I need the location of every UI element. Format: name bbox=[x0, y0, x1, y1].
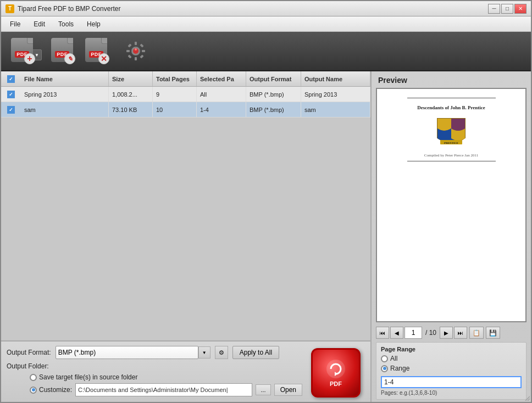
svg-text:PRENTICE: PRENTICE bbox=[444, 142, 459, 144]
minimize-button[interactable]: ─ bbox=[488, 4, 500, 14]
range-radio[interactable]: Range bbox=[381, 365, 409, 372]
svg-rect-2 bbox=[135, 42, 137, 45]
file-list-panel: File Name Size Total Pages Selected Pa O… bbox=[1, 71, 372, 403]
doc-bottom-line bbox=[407, 161, 496, 161]
doc-top-line bbox=[407, 98, 496, 98]
cell-format: BMP (*.bmp) bbox=[246, 87, 301, 102]
title-bar: T Tipard Free PDF to BMP Converter ─ □ ✕ bbox=[1, 1, 531, 16]
toolbar: PDF + ▼ PDF ✎ PDF ✕ bbox=[1, 32, 531, 71]
all-pages-radio-circle bbox=[381, 355, 388, 362]
svg-rect-6 bbox=[128, 43, 131, 47]
svg-rect-8 bbox=[128, 54, 131, 58]
range-hint: Pages: e.g.(1,3,6,8-10) bbox=[381, 390, 522, 396]
all-pages-radio[interactable]: All bbox=[381, 355, 397, 362]
format-row: Output Format: BMP (*.bmp) ▼ ⚙ Apply to … bbox=[7, 346, 302, 359]
menu-bar: File Edit Tools Help bbox=[1, 16, 531, 32]
header-checkbox[interactable] bbox=[7, 75, 15, 83]
crest-icon: PRENTICE bbox=[435, 116, 468, 149]
format-settings-button[interactable]: ⚙ bbox=[215, 346, 228, 359]
save-source-radio[interactable]: Save target file(s) in source folder bbox=[30, 373, 137, 381]
close-button[interactable]: ✕ bbox=[514, 4, 527, 14]
cell-format: BMP (*.bmp) bbox=[246, 102, 301, 117]
svg-rect-5 bbox=[142, 50, 145, 52]
convert-arrow-icon bbox=[325, 359, 346, 379]
next-page-button[interactable]: ▶ bbox=[440, 327, 453, 339]
apply-to-all-button[interactable]: Apply to All bbox=[232, 346, 279, 359]
svg-rect-4 bbox=[126, 50, 130, 52]
menu-tools[interactable]: Tools bbox=[52, 18, 80, 30]
preview-document: Descendants of John B. Prentice bbox=[377, 89, 525, 321]
remove-pdf-button[interactable]: PDF ✕ bbox=[81, 36, 113, 66]
col-header-output: Output Name bbox=[301, 71, 370, 86]
save-source-radio-circle bbox=[30, 374, 37, 381]
menu-file[interactable]: File bbox=[3, 18, 27, 30]
bottom-panel: Output Format: BMP (*.bmp) ▼ ⚙ Apply to … bbox=[1, 340, 370, 403]
browse-button[interactable]: ... bbox=[256, 384, 270, 395]
format-dropdown-arrow[interactable]: ▼ bbox=[198, 346, 210, 359]
customize-row: Customize: ... Open bbox=[7, 383, 302, 396]
customize-radio-circle bbox=[30, 387, 37, 394]
resize-handle[interactable] bbox=[523, 394, 530, 401]
edit-pdf-button[interactable]: PDF ✎ bbox=[47, 36, 79, 66]
svg-point-11 bbox=[135, 48, 137, 51]
preview-panel: Preview Descendants of John B. Prentice bbox=[372, 71, 531, 403]
svg-rect-15 bbox=[441, 124, 446, 126]
page-range-section: Page Range All Range Pages: e.g.(1,3,6,8… bbox=[376, 342, 527, 400]
range-label: Range bbox=[390, 365, 409, 372]
svg-rect-7 bbox=[140, 43, 143, 47]
range-radio-circle bbox=[381, 365, 388, 372]
preview-image: Descendants of John B. Prentice bbox=[376, 88, 527, 322]
format-select[interactable]: BMP (*.bmp) bbox=[56, 346, 198, 359]
last-page-button[interactable]: ⏭ bbox=[454, 327, 467, 339]
add-pdf-button[interactable]: PDF + ▼ bbox=[8, 36, 45, 66]
cell-total: 9 bbox=[153, 87, 197, 102]
convert-button[interactable]: PDF bbox=[311, 348, 361, 398]
svg-point-12 bbox=[326, 360, 345, 378]
table-row[interactable]: sam 73.10 KB 10 1-4 BMP (*.bmp) sam bbox=[1, 102, 370, 117]
col-header-total: Total Pages bbox=[153, 71, 197, 86]
cell-filename: Spring 2013 bbox=[21, 87, 109, 102]
first-page-button[interactable]: ⏮ bbox=[376, 327, 389, 339]
col-header-filename: File Name bbox=[21, 71, 109, 86]
page-range-title: Page Range bbox=[381, 346, 522, 352]
settings-button[interactable] bbox=[120, 36, 152, 66]
table-body: Spring 2013 1,008.2... 9 All BMP (*.bmp)… bbox=[1, 87, 370, 340]
save-source-label: Save target file(s) in source folder bbox=[39, 373, 137, 381]
svg-line-19 bbox=[528, 399, 530, 401]
copy-icon-button[interactable]: 📋 bbox=[469, 327, 484, 339]
customize-radio[interactable]: Customize: bbox=[30, 386, 72, 394]
range-input[interactable] bbox=[381, 376, 522, 388]
format-select-value: BMP (*.bmp) bbox=[58, 349, 96, 356]
restore-button[interactable]: □ bbox=[501, 4, 513, 14]
all-pages-label: All bbox=[390, 355, 397, 362]
svg-line-18 bbox=[525, 396, 530, 401]
cell-total: 10 bbox=[153, 102, 197, 117]
save-source-row: Save target file(s) in source folder bbox=[7, 373, 302, 381]
svg-rect-9 bbox=[140, 54, 143, 58]
format-label: Output Format: bbox=[7, 349, 51, 356]
row-checkbox[interactable] bbox=[7, 106, 15, 114]
path-input[interactable] bbox=[75, 383, 252, 396]
cell-output: sam bbox=[301, 102, 370, 117]
window-controls: ─ □ ✕ bbox=[488, 4, 527, 14]
open-button[interactable]: Open bbox=[274, 384, 302, 396]
cell-selected: 1-4 bbox=[197, 102, 246, 117]
convert-pdf-label: PDF bbox=[330, 380, 342, 387]
cell-filename: sam bbox=[21, 102, 109, 117]
customize-label: Customize: bbox=[39, 386, 72, 394]
menu-edit[interactable]: Edit bbox=[27, 18, 52, 30]
save-icon-button[interactable]: 💾 bbox=[486, 327, 500, 339]
preview-title: Preview bbox=[376, 76, 527, 85]
row-checkbox[interactable] bbox=[7, 91, 15, 98]
prev-page-button[interactable]: ◀ bbox=[390, 327, 403, 339]
window-title: Tipard Free PDF to BMP Converter bbox=[18, 5, 120, 13]
page-number-input[interactable] bbox=[404, 327, 422, 339]
main-content: File Name Size Total Pages Selected Pa O… bbox=[1, 71, 531, 403]
doc-title: Descendants of John B. Prentice bbox=[417, 105, 485, 110]
menu-help[interactable]: Help bbox=[80, 18, 107, 30]
table-row[interactable]: Spring 2013 1,008.2... 9 All BMP (*.bmp)… bbox=[1, 87, 370, 102]
folder-label: Output Folder: bbox=[7, 362, 49, 370]
cell-selected: All bbox=[197, 87, 246, 102]
table-header: File Name Size Total Pages Selected Pa O… bbox=[1, 71, 370, 87]
folder-label-row: Output Folder: bbox=[7, 362, 302, 370]
